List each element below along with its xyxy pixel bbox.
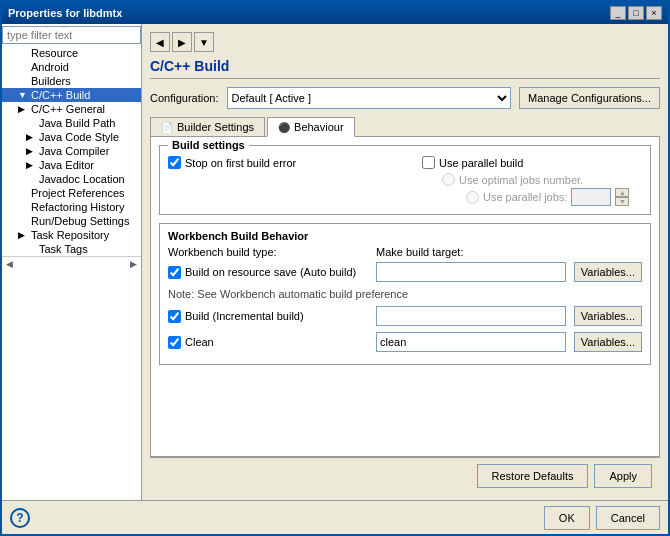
- auto-build-row: Build on resource save (Auto build) Vari…: [168, 262, 642, 282]
- footer-buttons: OK Cancel: [544, 506, 660, 530]
- sidebar: Resource Android Builders ▼ C/C++ Build …: [2, 24, 142, 500]
- tabs-bar: 📄 Builder Settings ⚫ Behaviour: [150, 117, 660, 137]
- sidebar-label-java-code-style: Java Code Style: [39, 131, 119, 143]
- sidebar-item-java-compiler[interactable]: ▶ Java Compiler: [2, 144, 141, 158]
- scroll-left-btn[interactable]: ◀: [6, 259, 13, 269]
- sidebar-label-task-tags: Task Tags: [39, 243, 88, 255]
- sidebar-item-android[interactable]: Android: [2, 60, 141, 74]
- cancel-button[interactable]: Cancel: [596, 506, 660, 530]
- panel-title: C/C++ Build: [150, 58, 660, 79]
- note-text: Note: See Workbench automatic build pref…: [168, 288, 642, 300]
- clean-target-input[interactable]: [376, 332, 566, 352]
- jobs-input[interactable]: [571, 188, 611, 206]
- sidebar-label-task-repository: Task Repository: [31, 229, 109, 241]
- clean-row: Clean Variables...: [168, 332, 642, 352]
- incremental-variables-button[interactable]: Variables...: [574, 306, 642, 326]
- back-button[interactable]: ◀: [150, 32, 170, 52]
- clean-variables-button[interactable]: Variables...: [574, 332, 642, 352]
- scroll-right-btn[interactable]: ▶: [130, 259, 137, 269]
- main-window: Properties for libdmtx _ □ × Resource An…: [0, 0, 670, 536]
- use-parallel-row: Use parallel build: [422, 156, 642, 169]
- right-panel: ◀ ▶ ▼ C/C++ Build Configuration: Default…: [142, 24, 668, 500]
- incremental-target-input[interactable]: [376, 306, 566, 326]
- stop-on-first-error-label: Stop on first build error: [185, 157, 296, 169]
- workbench-title: Workbench Build Behavior: [168, 230, 642, 242]
- expander-task-repository: ▶: [18, 230, 28, 240]
- window-title: Properties for libdmtx: [8, 7, 122, 19]
- ok-button[interactable]: OK: [544, 506, 590, 530]
- sidebar-item-java-editor[interactable]: ▶ Java Editor: [2, 158, 141, 172]
- sidebar-item-java-code-style[interactable]: ▶ Java Code Style: [2, 130, 141, 144]
- use-parallel-build-checkbox[interactable]: [422, 156, 435, 169]
- stop-on-first-error-checkbox[interactable]: [168, 156, 181, 169]
- workbench-group: Workbench Build Behavior Workbench build…: [159, 223, 651, 365]
- clean-checkbox[interactable]: [168, 336, 181, 349]
- config-row: Configuration: Default [ Active ] Manage…: [150, 87, 660, 109]
- spin-down-button[interactable]: ▼: [615, 197, 629, 206]
- build-settings-content: Stop on first build error Use parallel b…: [168, 156, 642, 208]
- auto-build-checkbox[interactable]: [168, 266, 181, 279]
- minimize-button[interactable]: _: [610, 6, 626, 20]
- tab-behaviour-label: Behaviour: [294, 121, 344, 133]
- toolbar-area: ◀ ▶ ▼: [150, 30, 660, 54]
- auto-build-label: Build on resource save (Auto build): [185, 266, 356, 278]
- auto-build-check-label: Build on resource save (Auto build): [168, 266, 368, 279]
- incremental-build-row: Build (Incremental build) Variables...: [168, 306, 642, 326]
- optimal-jobs-radio[interactable]: [442, 173, 455, 186]
- sidebar-label-resource: Resource: [31, 47, 78, 59]
- sidebar-label-run-debug-settings: Run/Debug Settings: [31, 215, 129, 227]
- optimal-jobs-row: Use optimal jobs number.: [442, 173, 642, 186]
- down-button[interactable]: ▼: [194, 32, 214, 52]
- expander-java-editor: ▶: [26, 160, 36, 170]
- left-col: Stop on first build error: [168, 156, 296, 173]
- sidebar-item-run-debug-settings[interactable]: Run/Debug Settings: [2, 214, 141, 228]
- parallel-jobs-radio[interactable]: [466, 191, 479, 204]
- tab-builder-settings-label: Builder Settings: [177, 121, 254, 133]
- apply-button[interactable]: Apply: [594, 464, 652, 488]
- sidebar-item-task-repository[interactable]: ▶ Task Repository: [2, 228, 141, 242]
- build-settings-title: Build settings: [168, 139, 249, 151]
- incremental-build-checkbox[interactable]: [168, 310, 181, 323]
- sidebar-label-builders: Builders: [31, 75, 71, 87]
- bottom-bar: Restore Defaults Apply: [150, 457, 660, 494]
- parallel-jobs-label: Use parallel jobs:: [483, 191, 567, 203]
- sidebar-item-cpp-general[interactable]: ▶ C/C++ General: [2, 102, 141, 116]
- nav-arrows: ◀ ▶ ▼: [150, 32, 214, 52]
- jobs-spinner: ▲ ▼: [615, 188, 629, 206]
- expander-java-compiler: ▶: [26, 146, 36, 156]
- sidebar-item-java-build-path[interactable]: Java Build Path: [2, 116, 141, 130]
- right-col: Use parallel build Use optimal jobs numb…: [422, 156, 642, 208]
- forward-button[interactable]: ▶: [172, 32, 192, 52]
- manage-configurations-button[interactable]: Manage Configurations...: [519, 87, 660, 109]
- sidebar-item-javadoc-location[interactable]: Javadoc Location: [2, 172, 141, 186]
- sidebar-label-cpp-build: C/C++ Build: [31, 89, 90, 101]
- sidebar-item-cpp-build[interactable]: ▼ C/C++ Build: [2, 88, 141, 102]
- auto-build-target-input[interactable]: [376, 262, 566, 282]
- filter-input[interactable]: [2, 26, 141, 44]
- help-button[interactable]: ?: [10, 508, 30, 528]
- config-select[interactable]: Default [ Active ]: [227, 87, 512, 109]
- restore-defaults-button[interactable]: Restore Defaults: [477, 464, 589, 488]
- optimal-jobs-label: Use optimal jobs number.: [459, 174, 583, 186]
- incremental-check-label: Build (Incremental build): [168, 310, 368, 323]
- incremental-build-label: Build (Incremental build): [185, 310, 304, 322]
- parallel-group: Use optimal jobs number. Use parallel jo…: [442, 173, 642, 206]
- clean-label: Clean: [185, 336, 214, 348]
- maximize-button[interactable]: □: [628, 6, 644, 20]
- config-label: Configuration:: [150, 92, 219, 104]
- tab-builder-settings[interactable]: 📄 Builder Settings: [150, 117, 265, 136]
- auto-build-variables-button[interactable]: Variables...: [574, 262, 642, 282]
- close-button[interactable]: ×: [646, 6, 662, 20]
- title-bar-buttons: _ □ ×: [610, 6, 662, 20]
- sidebar-label-android: Android: [31, 61, 69, 73]
- sidebar-item-task-tags[interactable]: Task Tags: [2, 242, 141, 256]
- sidebar-item-refactoring-history[interactable]: Refactoring History: [2, 200, 141, 214]
- sidebar-item-builders[interactable]: Builders: [2, 74, 141, 88]
- tab-behaviour[interactable]: ⚫ Behaviour: [267, 117, 355, 137]
- sidebar-item-project-references[interactable]: Project References: [2, 186, 141, 200]
- spin-up-button[interactable]: ▲: [615, 188, 629, 197]
- footer-bar: ? OK Cancel: [2, 500, 668, 534]
- sidebar-label-cpp-general: C/C++ General: [31, 103, 105, 115]
- sidebar-item-resource[interactable]: Resource: [2, 46, 141, 60]
- sidebar-label-project-references: Project References: [31, 187, 125, 199]
